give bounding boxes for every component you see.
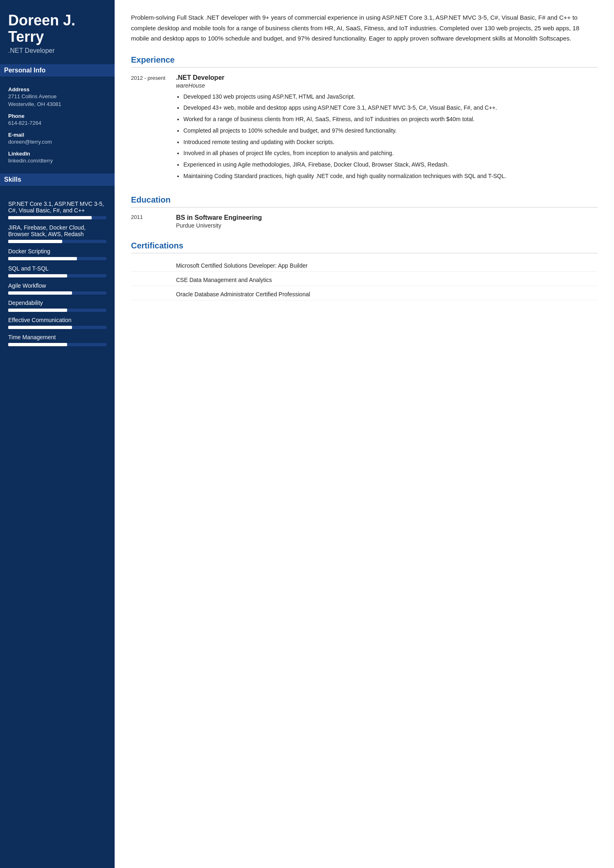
edu-year: 2011 [131,214,168,229]
skill-bar-background [8,274,106,277]
education-header: Education [131,195,598,207]
skill-name: Docker Scripting [8,248,106,255]
phone-value: 614-821-7264 [8,120,106,126]
certifications-section: Certifications Microsoft Certified Solut… [131,241,598,300]
skill-bar-background [8,216,106,219]
experience-block: 2012 - present.NET DeveloperwareHouseDev… [131,74,598,183]
personal-info-header: Personal Info [0,64,115,77]
phone-label: Phone [8,113,106,119]
exp-bullet: Worked for a range of business clients f… [183,115,598,124]
skill-name: Agile Workflow [8,282,106,289]
skill-bar-background [8,240,106,243]
skill-bar-fill [8,309,67,312]
education-block: 2011BS in Software EngineeringPurdue Uni… [131,214,598,229]
edu-school: Purdue University [176,222,262,229]
skill-bar-background [8,309,106,312]
skill-item: Agile Workflow [8,282,106,295]
certifications-header: Certifications [131,241,598,253]
skill-item: Effective Communication [8,317,106,329]
exp-bullet: Maintaining Coding Standard practices, h… [183,171,598,181]
exp-dates: 2012 - present [131,74,168,183]
cert-text: CSE Data Management and Analytics [176,277,272,283]
address-label: Address [8,86,106,92]
address-line2: Westerville, OH 43081 [8,101,106,107]
skill-bar-fill [8,257,77,260]
skill-bar-fill [8,216,92,219]
exp-bullet: Involved in all phases of project life c… [183,149,598,158]
edu-degree: BS in Software Engineering [176,214,262,221]
summary-text: Problem-solving Full Stack .NET develope… [131,12,598,44]
skill-name: Effective Communication [8,317,106,323]
skill-bar-background [8,291,106,295]
exp-details: .NET DeveloperwareHouseDeveloped 130 web… [176,74,598,183]
exp-bullet: Introduced remote testing and updating w… [183,138,598,147]
cert-text: Microsoft Certified Solutions Developer:… [176,262,307,269]
certification-block: Microsoft Certified Solutions Developer:… [131,260,598,272]
skill-bar-fill [8,240,62,243]
skill-name: SQL and T-SQL [8,265,106,272]
exp-bullet: Experienced in using Agile methodologies… [183,160,598,170]
cert-inner: CSE Data Management and Analytics [131,277,598,283]
skill-item: Dependability [8,300,106,312]
experience-header: Experience [131,55,598,68]
linkedin-value: linkedin.com/dterry [8,158,106,164]
skill-item: SQL and T-SQL [8,265,106,277]
skill-bar-fill [8,326,72,329]
skill-name: Time Management [8,334,106,340]
linkedin-label: LinkedIn [8,151,106,157]
skill-name: Dependability [8,300,106,306]
cert-inner: Oracle Database Administrator Certified … [131,291,598,298]
exp-bullet: Developed 43+ web, mobile and desktop ap… [183,103,598,113]
skill-bar-background [8,326,106,329]
skill-bar-background [8,257,106,260]
exp-bullets: Developed 130 web projects using ASP.NET… [176,92,598,181]
skill-bar-fill [8,274,67,277]
sidebar-title: .NET Developer [8,47,106,54]
skill-name: JIRA, Firebase, Docker Cloud, Browser St… [8,224,106,237]
cert-spacer [131,262,168,269]
experience-entries: 2012 - present.NET DeveloperwareHouseDev… [131,74,598,183]
cert-spacer [131,291,168,298]
main-content: Problem-solving Full Stack .NET develope… [115,0,614,868]
experience-section: Experience 2012 - present.NET Developerw… [131,55,598,183]
cert-text: Oracle Database Administrator Certified … [176,291,310,298]
exp-bullet: Completed all projects to 100% schedule … [183,126,598,136]
certifications-entries: Microsoft Certified Solutions Developer:… [131,260,598,300]
edu-details: BS in Software EngineeringPurdue Univers… [176,214,262,229]
skills-header: Skills [0,174,115,186]
email-label: E-mail [8,132,106,138]
skill-bar-background [8,343,106,346]
email-value: doreen@terry.com [8,139,106,145]
skill-item: Docker Scripting [8,248,106,260]
cert-spacer [131,277,168,283]
skill-item: Time Management [8,334,106,346]
skill-item: SP.NET Core 3.1, ASP.NET MVC 3-5, C#, Vi… [8,201,106,219]
certification-block: CSE Data Management and Analytics [131,274,598,286]
sidebar-name: Doreen J. Terry [8,12,106,45]
cert-inner: Microsoft Certified Solutions Developer:… [131,262,598,269]
exp-job-title: .NET Developer [176,74,598,81]
skill-bar-fill [8,343,67,346]
skill-name: SP.NET Core 3.1, ASP.NET MVC 3-5, C#, Vi… [8,201,106,214]
sidebar: Doreen J. Terry .NET Developer Personal … [0,0,115,868]
skills-list: SP.NET Core 3.1, ASP.NET MVC 3-5, C#, Vi… [8,196,106,348]
skill-item: JIRA, Firebase, Docker Cloud, Browser St… [8,224,106,243]
exp-bullet: Developed 130 web projects using ASP.NET… [183,92,598,102]
address-line1: 2711 Collins Avenue [8,93,106,99]
certification-block: Oracle Database Administrator Certified … [131,289,598,300]
skill-bar-fill [8,291,72,295]
education-section: Education 2011BS in Software Engineering… [131,195,598,229]
education-entries: 2011BS in Software EngineeringPurdue Uni… [131,214,598,229]
exp-company: wareHouse [176,82,598,89]
